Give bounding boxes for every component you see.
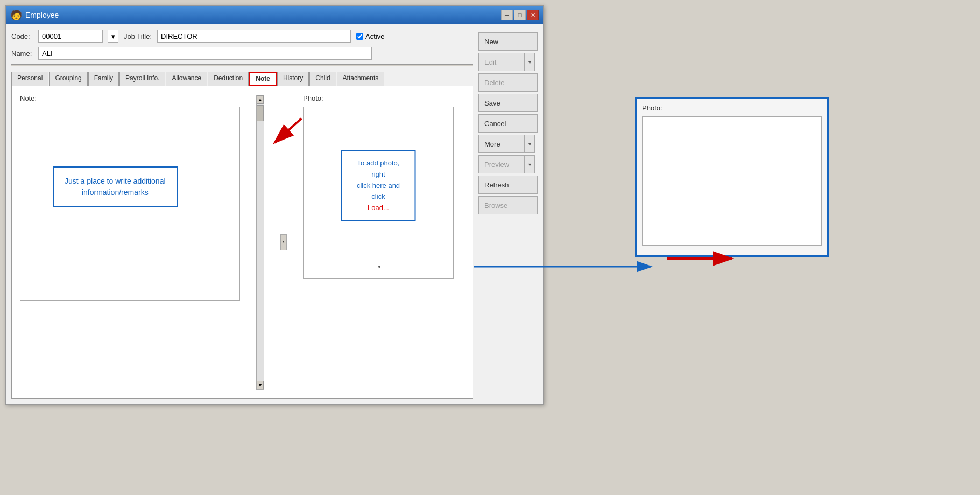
expand-handle[interactable]: › bbox=[280, 94, 287, 390]
photo-section: Photo: To add photo, rightclick here and… bbox=[303, 94, 464, 390]
preview-dropdown-arrow: ▾ bbox=[528, 162, 531, 168]
tab-personal[interactable]: Personal bbox=[11, 72, 48, 86]
delete-button[interactable]: Delete bbox=[478, 73, 538, 92]
photo-text-line1: To add photo, rightclick here and click bbox=[357, 159, 400, 200]
note-section: Note: Just a place to write additionalin… bbox=[20, 94, 240, 390]
sidebar-buttons: New Edit ▾ Delete Save Cancel More ▾ Pre… bbox=[478, 30, 538, 399]
tab-content-note: Note: Just a place to write additionalin… bbox=[11, 86, 473, 399]
photo-panel-box bbox=[642, 116, 822, 246]
code-label: Code: bbox=[11, 32, 33, 40]
active-checkbox-row: Active bbox=[356, 32, 384, 40]
window-body: Code: ▾ Job Title: Active Name: Personal… bbox=[6, 24, 543, 404]
vertical-scrollbar[interactable]: ▲ ▼ bbox=[256, 95, 264, 390]
edit-dropdown-arrow: ▾ bbox=[528, 59, 531, 65]
active-checkbox[interactable] bbox=[356, 33, 363, 40]
active-label: Active bbox=[365, 32, 384, 40]
more-button[interactable]: More bbox=[478, 135, 524, 153]
scroll-down-button[interactable]: ▼ bbox=[257, 381, 264, 389]
scroll-thumb[interactable] bbox=[257, 105, 264, 121]
close-button[interactable]: ✕ bbox=[527, 10, 539, 20]
job-title-input[interactable] bbox=[157, 30, 351, 43]
photo-annotation: To add photo, rightclick here and click … bbox=[341, 150, 416, 221]
code-dropdown-button[interactable]: ▾ bbox=[108, 30, 118, 43]
horizontal-divider bbox=[11, 64, 473, 66]
expand-arrow[interactable]: › bbox=[280, 234, 287, 250]
more-dropdown-arrow: ▾ bbox=[528, 141, 531, 147]
edit-button-group: Edit ▾ bbox=[478, 53, 538, 71]
title-bar: 🧑 Employee ─ □ ✕ bbox=[6, 6, 543, 24]
photo-dot bbox=[378, 266, 380, 268]
tab-allowance[interactable]: Allowance bbox=[166, 72, 207, 86]
name-row: Name: bbox=[11, 47, 473, 60]
content-area: Code: ▾ Job Title: Active Name: Personal… bbox=[11, 30, 473, 399]
photo-section-label: Photo: bbox=[303, 94, 464, 102]
tab-payroll[interactable]: Payroll Info. bbox=[119, 72, 165, 86]
tab-deduction[interactable]: Deduction bbox=[208, 72, 249, 86]
name-input[interactable] bbox=[38, 47, 372, 60]
refresh-button[interactable]: Refresh bbox=[478, 176, 538, 194]
photo-box[interactable]: To add photo, rightclick here and click … bbox=[303, 107, 454, 279]
tab-attachments[interactable]: Attachments bbox=[337, 72, 385, 86]
edit-dropdown-button[interactable]: ▾ bbox=[524, 53, 535, 71]
employee-window: 🧑 Employee ─ □ ✕ Code: ▾ Job Title: Acti… bbox=[5, 5, 544, 405]
name-label: Name: bbox=[11, 50, 33, 58]
code-jobtitle-row: Code: ▾ Job Title: Active bbox=[11, 30, 473, 43]
note-section-label: Note: bbox=[20, 94, 240, 102]
note-annotation-text: Just a place to write additionalinformat… bbox=[65, 176, 166, 198]
code-input[interactable] bbox=[38, 30, 103, 43]
photo-annotation-text: To add photo, rightclick here and click … bbox=[352, 158, 405, 214]
browse-button[interactable]: Browse bbox=[478, 196, 538, 214]
tab-family[interactable]: Family bbox=[88, 72, 119, 86]
photo-panel-label: Photo: bbox=[642, 104, 822, 112]
save-button[interactable]: Save bbox=[478, 94, 538, 112]
cancel-button[interactable]: Cancel bbox=[478, 114, 538, 133]
preview-dropdown-button[interactable]: ▾ bbox=[524, 155, 535, 173]
window-title: Employee bbox=[25, 11, 59, 19]
scroll-up-button[interactable]: ▲ bbox=[257, 95, 264, 104]
minimize-button[interactable]: ─ bbox=[501, 10, 513, 20]
photo-panel: Photo: ✂ Cut 📋 Copy 📄 Paste ✂ Delete 📁 L… bbox=[635, 97, 829, 257]
maximize-button[interactable]: □ bbox=[514, 10, 526, 20]
note-annotation-box: Just a place to write additionalinformat… bbox=[53, 166, 178, 207]
more-button-group: More ▾ bbox=[478, 135, 538, 153]
title-bar-controls: ─ □ ✕ bbox=[501, 10, 539, 20]
window-icon: 🧑 bbox=[10, 9, 22, 21]
photo-text-red: Load... bbox=[368, 204, 389, 212]
note-area: Just a place to write additionalinformat… bbox=[20, 107, 240, 301]
preview-button[interactable]: Preview bbox=[478, 155, 524, 173]
title-bar-left: 🧑 Employee bbox=[10, 9, 59, 21]
tab-history[interactable]: History bbox=[277, 72, 309, 86]
tab-grouping[interactable]: Grouping bbox=[49, 72, 87, 86]
more-dropdown-button[interactable]: ▾ bbox=[524, 135, 535, 153]
edit-button[interactable]: Edit bbox=[478, 53, 524, 71]
tabs-container: Personal Grouping Family Payroll Info. A… bbox=[11, 72, 473, 86]
preview-button-group: Preview ▾ bbox=[478, 155, 538, 173]
tab-child[interactable]: Child bbox=[309, 72, 336, 86]
new-button[interactable]: New bbox=[478, 32, 538, 51]
jobtitle-label: Job Title: bbox=[124, 32, 152, 40]
tab-note[interactable]: Note bbox=[249, 72, 277, 86]
